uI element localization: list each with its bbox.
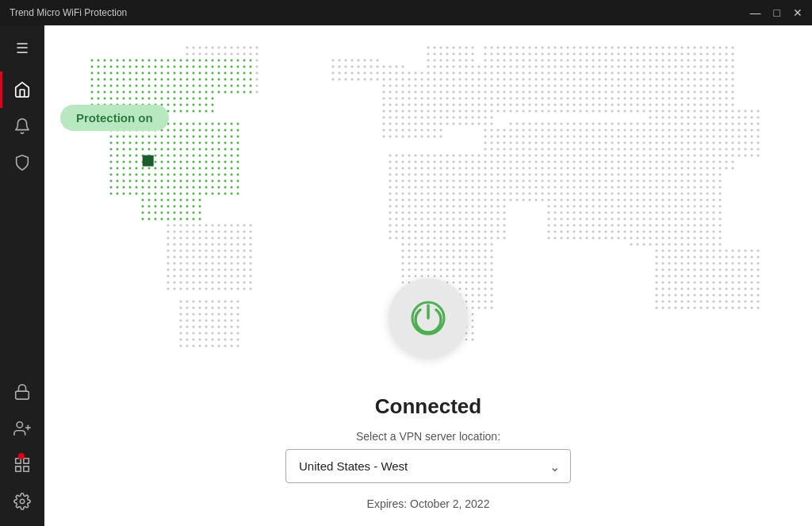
close-button[interactable]: ✕ (793, 7, 802, 18)
vpn-server-select[interactable]: United States - WestUnited States - East… (285, 449, 571, 483)
bell-icon (13, 117, 31, 135)
sidebar-item-shield[interactable] (0, 144, 44, 181)
map-area: Protection on (44, 25, 812, 382)
app-title: Trend Micro WiFi Protection (10, 7, 127, 18)
protection-badge: Protection on (60, 105, 169, 131)
shield-icon (13, 154, 31, 171)
power-button[interactable] (389, 278, 468, 358)
sidebar-item-grid[interactable] (13, 447, 31, 483)
titlebar: Trend Micro WiFi Protection — □ ✕ (0, 0, 812, 25)
sidebar-item-add-user[interactable] (13, 410, 31, 447)
svg-point-8 (20, 499, 25, 504)
lock-icon (13, 383, 31, 401)
notification-dot (18, 453, 25, 459)
sidebar-bottom (13, 374, 31, 520)
settings-icon (13, 493, 31, 510)
svg-rect-0 (16, 391, 29, 399)
svg-rect-6 (24, 466, 29, 471)
svg-rect-5 (24, 459, 29, 463)
vpn-select-wrapper: United States - WestUnited States - East… (285, 449, 571, 483)
sidebar-item-alerts[interactable] (0, 108, 44, 144)
minimize-button[interactable]: — (750, 7, 761, 18)
sidebar-item-home[interactable] (0, 71, 44, 108)
main-content: Protection on Connected Select a VPN ser… (44, 25, 812, 526)
sidebar-item-settings[interactable] (13, 483, 31, 520)
power-button-container (389, 278, 468, 358)
svg-rect-7 (16, 466, 21, 471)
expiry-info: Expires: October 2, 2022 (367, 497, 490, 510)
power-icon (408, 298, 449, 339)
bottom-panel: Connected Select a VPN server location: … (44, 382, 812, 526)
sidebar: ☰ (0, 25, 44, 526)
add-user-icon (13, 420, 31, 437)
window-controls: — □ ✕ (750, 7, 802, 18)
vpn-server-label: Select a VPN server location: (356, 430, 500, 443)
menu-button[interactable]: ☰ (8, 32, 36, 65)
svg-point-1 (17, 422, 22, 428)
connected-status: Connected (375, 394, 481, 419)
sidebar-item-lock[interactable] (13, 374, 31, 410)
maximize-button[interactable]: □ (774, 7, 780, 18)
home-icon (13, 81, 31, 98)
app-body: ☰ (0, 25, 812, 526)
